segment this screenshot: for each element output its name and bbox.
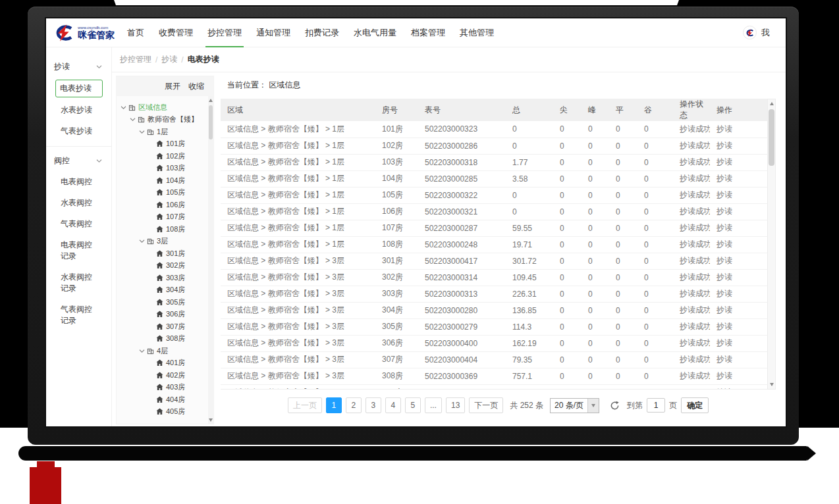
chevron-down-icon[interactable] xyxy=(128,117,136,122)
sidebar-item[interactable]: 水表阀控记录 xyxy=(59,269,100,297)
breadcrumb-item[interactable]: 抄读 xyxy=(161,54,177,65)
cell-action[interactable]: 抄读 xyxy=(710,302,767,318)
tree-node-label[interactable]: 3层 xyxy=(157,236,168,246)
tree-scroll-down-icon[interactable] xyxy=(208,416,213,424)
breadcrumb-item[interactable]: 电表抄读 xyxy=(188,54,219,65)
table-scroll-up-icon[interactable] xyxy=(768,99,775,108)
cell-status[interactable]: 抄读成功 xyxy=(673,220,710,236)
tree-node-label[interactable]: 301房 xyxy=(166,249,185,259)
nav-item[interactable]: 档案管理 xyxy=(404,18,452,47)
nav-item[interactable]: 首页 xyxy=(120,18,151,47)
sidebar-item[interactable]: 电表阀控记录 xyxy=(59,237,100,265)
tree-node-label[interactable]: 306房 xyxy=(166,309,185,319)
sidebar-item[interactable]: 电表阀控 xyxy=(59,174,100,190)
user-avatar[interactable] xyxy=(743,26,757,39)
sidebar-item[interactable]: 气表抄读 xyxy=(59,123,100,139)
tree-node-label[interactable]: 308房 xyxy=(166,334,185,343)
cell-status[interactable]: 抄读成功 xyxy=(673,236,710,253)
cell-action[interactable]: 抄读 xyxy=(710,187,767,203)
brand-logo[interactable]: www.csyndb.com 咪雀管家 xyxy=(46,24,117,41)
tree-node[interactable]: 305房 xyxy=(117,296,213,309)
nav-item[interactable]: 抄控管理 xyxy=(200,18,249,47)
tree-node[interactable]: 402房 xyxy=(117,369,213,382)
cell-status[interactable]: 抄读成功 xyxy=(673,203,710,220)
cell-status[interactable]: 抄读成功 xyxy=(673,302,710,318)
page-button[interactable]: 4 xyxy=(385,397,401,413)
tree-node-label[interactable]: 405房 xyxy=(166,407,185,416)
tree-node[interactable]: 103房 xyxy=(117,163,213,175)
select-dropdown-arrow-icon[interactable] xyxy=(587,399,599,413)
cell-action[interactable]: 抄读 xyxy=(710,286,767,302)
cell-status[interactable]: 抄读成功 xyxy=(673,286,710,302)
cell-action[interactable]: 抄读 xyxy=(710,253,767,269)
chevron-down-icon[interactable] xyxy=(138,239,146,243)
tree-node-label[interactable]: 303房 xyxy=(166,273,185,283)
table-scrollbar[interactable] xyxy=(767,99,776,390)
tree-node[interactable]: 404房 xyxy=(117,393,213,406)
cell-status[interactable]: 抄读成功 xyxy=(673,154,710,170)
confirm-button[interactable]: 确定 xyxy=(681,397,709,413)
tree-node-label[interactable]: 区域信息 xyxy=(138,103,167,113)
page-button[interactable]: 2 xyxy=(346,397,362,413)
tree-node-label[interactable]: 102房 xyxy=(166,151,185,161)
nav-item[interactable]: 其他管理 xyxy=(452,18,501,47)
sidebar-item[interactable]: 气表阀控 xyxy=(59,216,100,232)
tree-node[interactable]: 108房 xyxy=(117,223,213,236)
cell-action[interactable]: 抄读 xyxy=(710,368,767,384)
tree-scrollbar-thumb[interactable] xyxy=(209,105,213,139)
tree-node[interactable]: 3层 xyxy=(117,236,213,248)
cell-status[interactable]: 抄读成功 xyxy=(673,368,710,384)
tree-node-label[interactable]: 108房 xyxy=(166,224,185,234)
user-label[interactable]: 我 xyxy=(761,27,770,39)
cell-action[interactable]: 抄读 xyxy=(710,121,767,138)
tree-node[interactable]: 403房 xyxy=(117,382,213,394)
table-scrollbar-thumb[interactable] xyxy=(769,109,774,166)
cell-status[interactable]: 抄读成功 xyxy=(673,187,710,203)
tree-node-label[interactable]: 304房 xyxy=(166,285,185,295)
next-page-button[interactable]: 下一页 xyxy=(469,397,503,413)
tree-node-label[interactable]: 404房 xyxy=(166,395,185,405)
sidebar-group-header[interactable]: 抄读 xyxy=(46,58,111,75)
cell-action[interactable]: 抄读 xyxy=(710,269,767,286)
sidebar-item[interactable]: 电表抄读 xyxy=(55,80,103,97)
cell-action[interactable]: 抄读 xyxy=(710,203,767,220)
expand-all-button[interactable]: 展开 xyxy=(165,81,180,92)
cell-action[interactable]: 抄读 xyxy=(710,351,767,368)
tree-node[interactable]: 教师宿舍【矮】 xyxy=(117,114,213,126)
tree-node[interactable]: 401房 xyxy=(117,357,213,370)
tree-node[interactable]: 306房 xyxy=(117,309,213,321)
sidebar-item[interactable]: 气表阀控记录 xyxy=(59,301,100,329)
tree-node[interactable]: 区域信息 xyxy=(117,101,213,114)
cell-action[interactable]: 抄读 xyxy=(710,318,767,335)
tree-node[interactable]: 105房 xyxy=(117,187,213,199)
chevron-down-icon[interactable] xyxy=(138,349,146,353)
nav-item[interactable]: 扣费记录 xyxy=(298,18,346,47)
tree-node[interactable]: 302房 xyxy=(117,260,213,272)
tree-node[interactable]: 303房 xyxy=(117,272,213,284)
prev-page-button[interactable]: 上一页 xyxy=(288,397,322,413)
cell-action[interactable]: 抄读 xyxy=(710,384,767,390)
chevron-down-icon[interactable] xyxy=(138,130,146,134)
table-scroll-down-icon[interactable] xyxy=(768,380,775,389)
tree-node[interactable]: 4层 xyxy=(117,345,213,357)
cell-action[interactable]: 抄读 xyxy=(710,220,767,236)
tree-scroll-up-icon[interactable] xyxy=(208,96,213,104)
tree-node[interactable]: 405房 xyxy=(117,406,213,418)
tree-node[interactable]: 304房 xyxy=(117,284,213,297)
page-size-select[interactable]: 20 条/页 xyxy=(550,398,599,413)
tree-node[interactable]: 307房 xyxy=(117,320,213,333)
collapse-all-button[interactable]: 收缩 xyxy=(188,81,204,92)
tree-node-label[interactable]: 105房 xyxy=(166,188,185,197)
nav-item[interactable]: 收费管理 xyxy=(151,18,200,47)
tree-node-label[interactable]: 302房 xyxy=(166,261,185,270)
page-button[interactable]: 1 xyxy=(326,397,342,413)
page-button[interactable]: 13 xyxy=(446,397,465,413)
cell-action[interactable]: 抄读 xyxy=(710,335,767,351)
cell-status[interactable]: 抄读成功 xyxy=(673,121,710,138)
tree-node[interactable]: 1层 xyxy=(117,126,213,138)
user-area[interactable]: 我 xyxy=(743,26,786,39)
tree-node-label[interactable]: 4层 xyxy=(157,346,168,356)
tree-node-label[interactable]: 403房 xyxy=(166,382,185,392)
tree-node-label[interactable]: 103房 xyxy=(166,163,185,173)
cell-status[interactable]: 抄读成功 xyxy=(673,253,710,269)
